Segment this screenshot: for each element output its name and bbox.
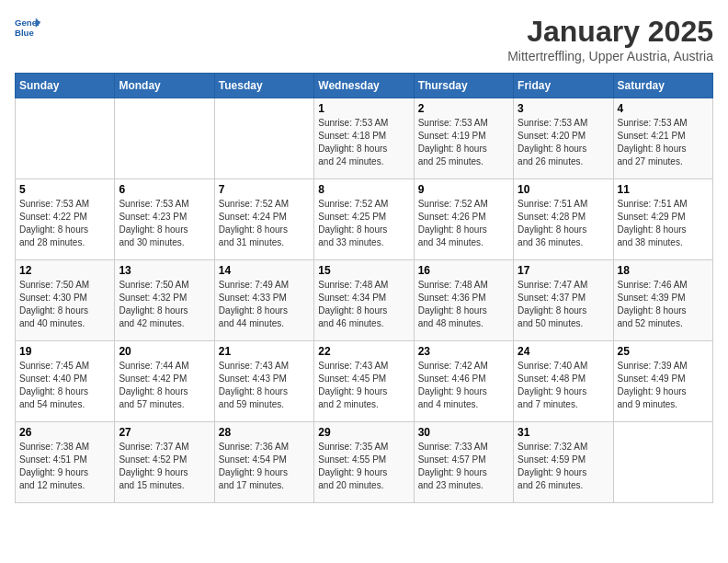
day-info: Sunrise: 7:53 AM Sunset: 4:18 PM Dayligh… bbox=[318, 117, 409, 168]
weekday-header: Tuesday bbox=[214, 74, 313, 98]
day-number: 28 bbox=[219, 426, 310, 439]
calendar-cell: 16Sunrise: 7:48 AM Sunset: 4:36 PM Dayli… bbox=[414, 260, 513, 341]
calendar-week-row: 5Sunrise: 7:53 AM Sunset: 4:22 PM Daylig… bbox=[16, 179, 713, 260]
calendar-header: SundayMondayTuesdayWednesdayThursdayFrid… bbox=[16, 74, 713, 98]
calendar-cell: 3Sunrise: 7:53 AM Sunset: 4:20 PM Daylig… bbox=[514, 98, 613, 179]
weekday-header: Wednesday bbox=[314, 74, 414, 98]
day-number: 17 bbox=[518, 264, 609, 277]
header-row: SundayMondayTuesdayWednesdayThursdayFrid… bbox=[16, 74, 713, 98]
day-info: Sunrise: 7:36 AM Sunset: 4:54 PM Dayligh… bbox=[219, 441, 310, 492]
day-number: 4 bbox=[618, 102, 709, 115]
day-info: Sunrise: 7:53 AM Sunset: 4:22 PM Dayligh… bbox=[19, 198, 110, 249]
calendar-cell: 9Sunrise: 7:52 AM Sunset: 4:26 PM Daylig… bbox=[414, 179, 513, 260]
calendar-cell: 27Sunrise: 7:37 AM Sunset: 4:52 PM Dayli… bbox=[115, 422, 214, 503]
calendar-cell bbox=[214, 98, 313, 179]
day-info: Sunrise: 7:52 AM Sunset: 4:25 PM Dayligh… bbox=[318, 198, 409, 249]
day-number: 30 bbox=[418, 426, 509, 439]
day-number: 22 bbox=[318, 345, 409, 358]
day-info: Sunrise: 7:35 AM Sunset: 4:55 PM Dayligh… bbox=[318, 441, 409, 492]
day-number: 1 bbox=[318, 102, 409, 115]
day-number: 16 bbox=[418, 264, 509, 277]
day-info: Sunrise: 7:44 AM Sunset: 4:42 PM Dayligh… bbox=[119, 360, 210, 411]
day-info: Sunrise: 7:53 AM Sunset: 4:23 PM Dayligh… bbox=[119, 198, 210, 249]
day-info: Sunrise: 7:33 AM Sunset: 4:57 PM Dayligh… bbox=[418, 441, 509, 492]
calendar-week-row: 12Sunrise: 7:50 AM Sunset: 4:30 PM Dayli… bbox=[16, 260, 713, 341]
day-number: 29 bbox=[318, 426, 409, 439]
calendar-cell: 17Sunrise: 7:47 AM Sunset: 4:37 PM Dayli… bbox=[514, 260, 613, 341]
day-number: 27 bbox=[119, 426, 210, 439]
calendar-cell bbox=[613, 422, 712, 503]
day-info: Sunrise: 7:52 AM Sunset: 4:26 PM Dayligh… bbox=[418, 198, 509, 249]
calendar-cell: 19Sunrise: 7:45 AM Sunset: 4:40 PM Dayli… bbox=[16, 341, 115, 422]
day-info: Sunrise: 7:53 AM Sunset: 4:19 PM Dayligh… bbox=[418, 117, 509, 168]
day-info: Sunrise: 7:52 AM Sunset: 4:24 PM Dayligh… bbox=[219, 198, 310, 249]
day-info: Sunrise: 7:48 AM Sunset: 4:36 PM Dayligh… bbox=[418, 279, 509, 330]
calendar-week-row: 19Sunrise: 7:45 AM Sunset: 4:40 PM Dayli… bbox=[16, 341, 713, 422]
day-info: Sunrise: 7:32 AM Sunset: 4:59 PM Dayligh… bbox=[518, 441, 609, 492]
calendar-cell: 1Sunrise: 7:53 AM Sunset: 4:18 PM Daylig… bbox=[314, 98, 414, 179]
weekday-header: Friday bbox=[514, 74, 613, 98]
day-info: Sunrise: 7:51 AM Sunset: 4:29 PM Dayligh… bbox=[618, 198, 709, 249]
calendar-cell: 15Sunrise: 7:48 AM Sunset: 4:34 PM Dayli… bbox=[314, 260, 414, 341]
day-number: 14 bbox=[219, 264, 310, 277]
logo: General Blue bbox=[15, 15, 40, 40]
day-info: Sunrise: 7:45 AM Sunset: 4:40 PM Dayligh… bbox=[19, 360, 110, 411]
day-number: 3 bbox=[518, 102, 609, 115]
calendar-subtitle: Mittertreffling, Upper Austria, Austria bbox=[507, 49, 713, 63]
day-number: 7 bbox=[219, 183, 310, 196]
weekday-header: Monday bbox=[115, 74, 214, 98]
day-info: Sunrise: 7:48 AM Sunset: 4:34 PM Dayligh… bbox=[318, 279, 409, 330]
title-block: January 2025 Mittertreffling, Upper Aust… bbox=[507, 15, 713, 63]
page-header: General Blue January 2025 Mittertrefflin… bbox=[15, 15, 713, 63]
calendar-cell: 12Sunrise: 7:50 AM Sunset: 4:30 PM Dayli… bbox=[16, 260, 115, 341]
day-number: 20 bbox=[119, 345, 210, 358]
calendar-table: SundayMondayTuesdayWednesdayThursdayFrid… bbox=[15, 73, 713, 503]
calendar-cell: 22Sunrise: 7:43 AM Sunset: 4:45 PM Dayli… bbox=[314, 341, 414, 422]
day-info: Sunrise: 7:46 AM Sunset: 4:39 PM Dayligh… bbox=[618, 279, 709, 330]
day-info: Sunrise: 7:37 AM Sunset: 4:52 PM Dayligh… bbox=[119, 441, 210, 492]
day-number: 8 bbox=[318, 183, 409, 196]
day-info: Sunrise: 7:43 AM Sunset: 4:43 PM Dayligh… bbox=[219, 360, 310, 411]
day-number: 15 bbox=[318, 264, 409, 277]
calendar-cell: 14Sunrise: 7:49 AM Sunset: 4:33 PM Dayli… bbox=[214, 260, 313, 341]
calendar-cell: 28Sunrise: 7:36 AM Sunset: 4:54 PM Dayli… bbox=[214, 422, 313, 503]
day-number: 11 bbox=[618, 183, 709, 196]
day-info: Sunrise: 7:50 AM Sunset: 4:30 PM Dayligh… bbox=[19, 279, 110, 330]
day-info: Sunrise: 7:53 AM Sunset: 4:21 PM Dayligh… bbox=[618, 117, 709, 168]
day-number: 21 bbox=[219, 345, 310, 358]
calendar-cell: 26Sunrise: 7:38 AM Sunset: 4:51 PM Dayli… bbox=[16, 422, 115, 503]
calendar-cell: 8Sunrise: 7:52 AM Sunset: 4:25 PM Daylig… bbox=[314, 179, 414, 260]
calendar-cell: 10Sunrise: 7:51 AM Sunset: 4:28 PM Dayli… bbox=[514, 179, 613, 260]
day-info: Sunrise: 7:49 AM Sunset: 4:33 PM Dayligh… bbox=[219, 279, 310, 330]
calendar-cell: 24Sunrise: 7:40 AM Sunset: 4:48 PM Dayli… bbox=[514, 341, 613, 422]
weekday-header: Saturday bbox=[613, 74, 712, 98]
day-number: 12 bbox=[19, 264, 110, 277]
calendar-title: January 2025 bbox=[507, 15, 713, 49]
calendar-cell bbox=[115, 98, 214, 179]
calendar-week-row: 26Sunrise: 7:38 AM Sunset: 4:51 PM Dayli… bbox=[16, 422, 713, 503]
weekday-header: Sunday bbox=[16, 74, 115, 98]
calendar-cell: 23Sunrise: 7:42 AM Sunset: 4:46 PM Dayli… bbox=[414, 341, 513, 422]
calendar-cell: 7Sunrise: 7:52 AM Sunset: 4:24 PM Daylig… bbox=[214, 179, 313, 260]
calendar-cell: 31Sunrise: 7:32 AM Sunset: 4:59 PM Dayli… bbox=[514, 422, 613, 503]
day-info: Sunrise: 7:50 AM Sunset: 4:32 PM Dayligh… bbox=[119, 279, 210, 330]
weekday-header: Thursday bbox=[414, 74, 513, 98]
calendar-cell: 13Sunrise: 7:50 AM Sunset: 4:32 PM Dayli… bbox=[115, 260, 214, 341]
calendar-cell: 2Sunrise: 7:53 AM Sunset: 4:19 PM Daylig… bbox=[414, 98, 513, 179]
day-info: Sunrise: 7:40 AM Sunset: 4:48 PM Dayligh… bbox=[518, 360, 609, 411]
calendar-cell: 6Sunrise: 7:53 AM Sunset: 4:23 PM Daylig… bbox=[115, 179, 214, 260]
day-number: 24 bbox=[518, 345, 609, 358]
day-info: Sunrise: 7:39 AM Sunset: 4:49 PM Dayligh… bbox=[618, 360, 709, 411]
day-info: Sunrise: 7:42 AM Sunset: 4:46 PM Dayligh… bbox=[418, 360, 509, 411]
calendar-body: 1Sunrise: 7:53 AM Sunset: 4:18 PM Daylig… bbox=[16, 98, 713, 503]
calendar-week-row: 1Sunrise: 7:53 AM Sunset: 4:18 PM Daylig… bbox=[16, 98, 713, 179]
day-number: 5 bbox=[19, 183, 110, 196]
day-number: 18 bbox=[618, 264, 709, 277]
calendar-cell: 11Sunrise: 7:51 AM Sunset: 4:29 PM Dayli… bbox=[613, 179, 712, 260]
calendar-cell: 18Sunrise: 7:46 AM Sunset: 4:39 PM Dayli… bbox=[613, 260, 712, 341]
day-info: Sunrise: 7:38 AM Sunset: 4:51 PM Dayligh… bbox=[19, 441, 110, 492]
day-info: Sunrise: 7:53 AM Sunset: 4:20 PM Dayligh… bbox=[518, 117, 609, 168]
day-number: 10 bbox=[518, 183, 609, 196]
calendar-cell: 20Sunrise: 7:44 AM Sunset: 4:42 PM Dayli… bbox=[115, 341, 214, 422]
logo-icon: General Blue bbox=[15, 15, 40, 40]
